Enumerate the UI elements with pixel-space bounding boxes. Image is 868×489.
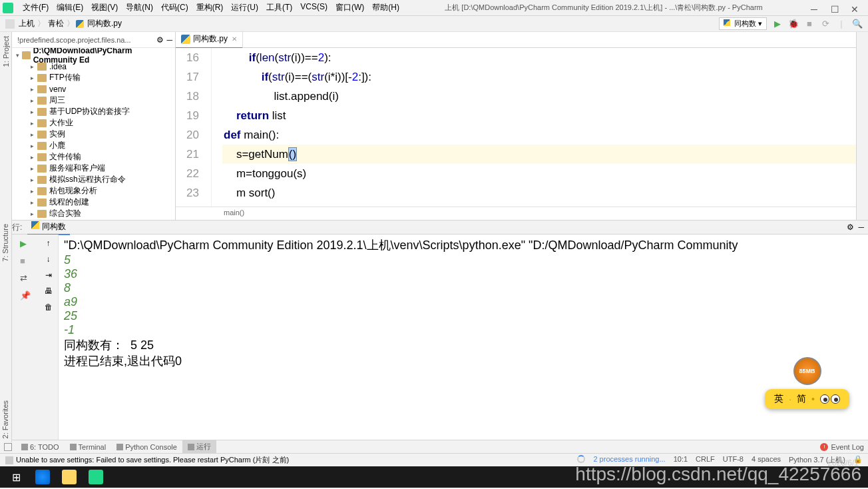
bottom-tab[interactable]: 6: TODO [16,440,65,453]
taskbar-app[interactable] [56,468,83,486]
indent[interactable]: 4 spaces [752,455,781,465]
update-button[interactable]: ⟳ [820,19,831,29]
windows-taskbar: ⊞ [0,466,868,488]
tree-item[interactable]: ▸基于UDP协议的套接字 [12,106,175,117]
menu-bar: 文件(F)编辑(E)视图(V)导航(N)代码(C)重构(R)运行(U)工具(T)… [0,0,868,16]
favorites-tool-tab[interactable]: 2: Favorites [0,396,11,442]
tree-item[interactable]: ▸venv [12,83,175,95]
python-icon [724,19,730,26]
taskbar-app[interactable] [29,468,56,486]
menu-item[interactable]: 工具(T) [262,1,296,15]
tree-item[interactable]: ▸综合实验 [12,208,175,219]
tree-item[interactable]: ▸粘包现象分析 [12,185,175,197]
event-log-button[interactable]: Event Log [831,443,864,451]
memory-indicator-widget[interactable]: 85MB 英·简 • [765,357,849,409]
minimize-button[interactable]: ─ [811,4,819,12]
minimize-panel-icon[interactable]: ─ [858,223,864,232]
stop-button[interactable]: ■ [804,19,815,29]
encoding[interactable]: UTF-8 [723,455,744,465]
up-button[interactable]: ↑ [47,239,51,248]
breadcrumb[interactable]: 上机 [17,18,36,29]
start-button[interactable]: ⊞ [3,468,29,486]
bottom-tab[interactable]: Terminal [65,440,112,453]
folder-icon [5,19,15,29]
pin-button[interactable]: 📌 [20,290,31,301]
project-tool-tab[interactable]: 1: Project [1,32,11,71]
menu-item[interactable]: VCS(S) [296,1,331,15]
menu-item[interactable]: 重构(R) [192,1,228,15]
tree-item[interactable]: ▸FTP传输 [12,72,175,83]
structure-tool-tab[interactable]: 7: Structure [0,220,11,266]
status-message: Unable to save settings: Failed to save … [16,455,289,465]
memory-badge-icon: 85MB [793,357,821,385]
python-file-icon [181,35,190,44]
taskbar-pycharm[interactable] [83,468,109,486]
navigation-bar: 上机 〉 青松 〉 同构数.py 同构数 ▾ ▶ 🐞 ■ ⟳ | 🔍 [0,16,868,32]
info-icon [5,456,13,464]
project-tree[interactable]: ▾D:\QMDownload\PyCharm Community Ed ▸.id… [12,48,175,220]
menu-item[interactable]: 代码(C) [157,1,192,15]
stop-button[interactable]: ■ [20,256,31,266]
tree-item[interactable]: ▸文件传输 [12,151,175,163]
tree-item[interactable]: ▸线程的创建 [12,197,175,208]
spinner-icon [577,455,585,463]
notification-badge-icon: ! [820,443,828,451]
cursor-position[interactable]: 10:1 [674,455,688,465]
settings-icon[interactable]: ⚙ [847,223,854,232]
toolwin-icon[interactable] [4,443,12,451]
close-tab-icon[interactable]: ✕ [232,35,237,43]
menu-item[interactable]: 导航(N) [122,1,157,15]
code-breadcrumb[interactable]: main() [176,207,868,220]
run-button[interactable]: ▶ [772,19,783,29]
ime-widget[interactable]: 英·简 • [765,389,849,409]
line-separator[interactable]: CRLF [696,455,715,465]
maximize-button[interactable]: ☐ [831,4,839,12]
processes-link[interactable]: 2 processes running... [593,455,665,465]
menu-item[interactable]: 文件(F) [19,1,53,15]
down-button[interactable]: ↓ [47,254,51,264]
layout-button[interactable]: ⇄ [20,273,31,284]
python-file-icon [76,20,84,28]
close-button[interactable]: ✕ [851,4,859,12]
tree-item[interactable]: ▸周三 [12,95,175,106]
search-button[interactable]: 🔍 [852,19,863,29]
tree-item[interactable]: ▸小鹿 [12,140,175,151]
run-config-tab[interactable]: 同构数 [27,220,70,235]
project-scope-tab[interactable]: !predefined.scope.project.files.na... [12,33,136,47]
editor-area: 同构数.py ✕ 1617181920212223 if(len(str(i))… [176,32,868,220]
timestamp-watermark: 2020/6/1 [827,458,859,468]
folder-icon [22,51,31,59]
rerun-button[interactable]: ▶ [20,239,31,249]
debug-button[interactable]: 🐞 [788,19,799,29]
separator: | [836,19,847,29]
editor-tab[interactable]: 同构数.py ✕ [176,31,243,49]
clear-button[interactable]: 🗑 [45,302,53,312]
tree-root[interactable]: ▾D:\QMDownload\PyCharm Community Ed [12,49,175,61]
run-config-select[interactable]: 同构数 ▾ [719,17,767,30]
breadcrumb[interactable]: 青松 [47,18,65,29]
collapse-icon[interactable]: ─ [166,35,172,45]
python-icon [31,221,39,229]
tree-item[interactable]: ▸实例 [12,129,175,140]
settings-icon[interactable]: ⚙ [156,35,164,45]
menu-item[interactable]: 帮助(H) [368,1,403,15]
window-title: 上机 [D:\QMDownload\PyCharm Community Edit… [403,3,804,13]
console-output[interactable]: "D:\QMDownload\PyCharm Community Edition… [59,235,868,440]
bottom-tab[interactable]: 运行 [182,440,216,453]
print-button[interactable]: 🖶 [45,286,53,296]
bottom-tab[interactable]: Python Console [111,440,182,453]
left-bottom-sidebar: 7: Structure 2: Favorites [0,220,12,442]
status-bar: Unable to save settings: Failed to save … [0,453,868,466]
breadcrumb[interactable]: 同构数.py [86,18,123,29]
tree-item[interactable]: ▸大作业 [12,117,175,129]
menu-item[interactable]: 视图(V) [87,1,122,15]
tree-item[interactable]: ▸模拟ssh远程执行命令 [12,174,175,185]
menu-item[interactable]: 窗口(W) [331,1,368,15]
wrap-button[interactable]: ⇥ [45,270,52,280]
menu-item[interactable]: 运行(U) [227,1,262,15]
tree-item[interactable]: ▸服务端和客户端 [12,163,175,174]
bottom-tool-tabs: 6: TODOTerminalPython Console运行 ! Event … [0,440,868,453]
code-editor[interactable]: 1617181920212223 if(len(str(i))==2): if(… [176,48,868,207]
pycharm-logo-icon [3,3,13,13]
menu-item[interactable]: 编辑(E) [53,1,87,15]
